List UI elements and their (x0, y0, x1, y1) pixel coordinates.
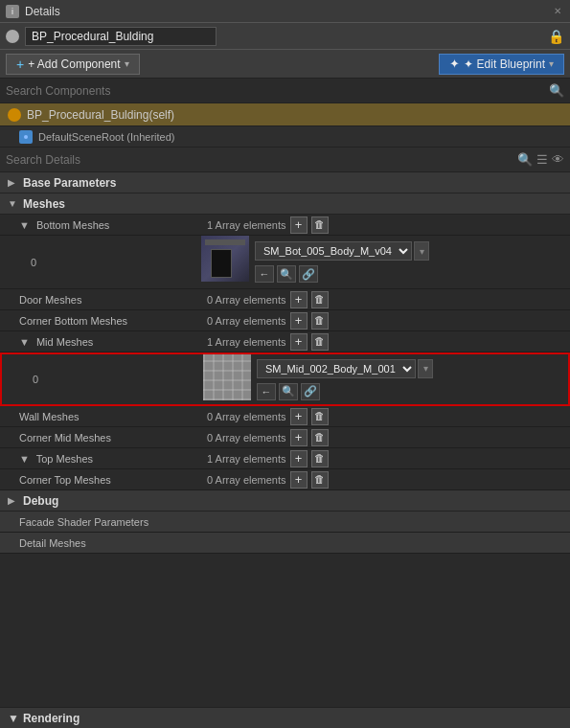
door-meshes-delete-btn[interactable]: 🗑 (311, 291, 329, 308)
mid-meshes-asset-row: 0 SM_Mid_002_Body_M_001 ▾ ← 🔍 🔗 (0, 353, 570, 406)
meshes-arrow: ▼ (8, 198, 19, 209)
corner-bottom-meshes-delete-btn[interactable]: 🗑 (311, 312, 329, 330)
scene-root-icon (19, 130, 33, 144)
rendering-row[interactable]: ▼ Rendering (0, 707, 570, 728)
meshes-category[interactable]: ▼ Meshes (0, 193, 570, 215)
self-component-row[interactable]: BP_Procedural_Bulding(self) (0, 103, 570, 126)
mid-meshes-link-btn[interactable]: 🔗 (301, 383, 320, 400)
bottom-meshes-link-btn[interactable]: 🔗 (299, 265, 318, 283)
add-component-button[interactable]: + + Add Component ▾ (6, 54, 140, 75)
door-meshes-add-btn[interactable]: + (290, 291, 308, 308)
bottom-meshes-select[interactable]: SM_Bot_005_Body_M_v04 (255, 241, 412, 261)
bottom-meshes-asset-row: 0 SM_Bot_005_Body_M_v04 ▾ ← 🔍 🔗 (0, 236, 570, 289)
bottom-meshes-arrow[interactable]: ▼ (19, 219, 30, 231)
corner-top-meshes-label: Corner Top Meshes (19, 474, 111, 486)
door-meshes-count: 0 Array elements (207, 294, 286, 306)
wall-meshes-add-btn[interactable]: + (290, 408, 308, 425)
base-parameters-label: Base Parameters (23, 176, 116, 190)
mid-meshes-delete-btn[interactable]: 🗑 (311, 333, 329, 351)
details-panel: 🔍 ☰ 👁 ▶ Base Parameters ▼ Meshes ▼ Botto… (0, 148, 570, 728)
mid-meshes-select-arrow[interactable]: ▾ (418, 359, 433, 378)
corner-top-meshes-row: Corner Top Meshes 0 Array elements + 🗑 (0, 469, 570, 490)
add-dropdown-arrow: ▾ (125, 58, 129, 69)
corner-mid-meshes-label: Corner Mid Meshes (19, 432, 111, 444)
search-details-icon[interactable]: 🔍 (517, 152, 533, 167)
corner-bottom-meshes-name: Corner Bottom Meshes (0, 315, 201, 327)
bottom-meshes-delete-btn[interactable]: 🗑 (311, 216, 329, 234)
search-components-input[interactable] (6, 84, 549, 98)
mid-meshes-name: ▼ Mid Meshes (0, 336, 201, 348)
top-meshes-row: ▼ Top Meshes 1 Array elements + 🗑 (0, 448, 570, 469)
mid-meshes-count: 1 Array elements (207, 336, 286, 348)
bottom-meshes-count: 1 Array elements (207, 219, 286, 231)
title-bar-label: Details (25, 5, 60, 18)
top-meshes-add-btn[interactable]: + (290, 450, 308, 467)
corner-mid-meshes-add-btn[interactable]: + (290, 429, 308, 446)
mid-meshes-arrow[interactable]: ▼ (19, 336, 30, 348)
add-component-label: + Add Component (28, 57, 120, 71)
door-meshes-label: Door Meshes (19, 294, 81, 306)
gear-icon: ✦ (449, 57, 460, 71)
close-icon[interactable]: ✕ (551, 5, 564, 18)
corner-mid-meshes-value: 0 Array elements + 🗑 (201, 429, 570, 446)
debug-label: Debug (23, 494, 58, 508)
mid-meshes-index: 0 (2, 354, 203, 404)
self-icon (8, 108, 21, 122)
wall-meshes-row: Wall Meshes 0 Array elements + 🗑 (0, 406, 570, 427)
facade-shader-name: Facade Shader Parameters (0, 516, 201, 528)
visibility-icon[interactable]: 👁 (552, 152, 564, 167)
mid-meshes-add-btn[interactable]: + (290, 333, 308, 351)
wall-meshes-label: Wall Meshes (19, 411, 80, 422)
mid-meshes-dropdown: SM_Mid_002_Body_M_001 ▾ (257, 359, 562, 378)
list-view-icon[interactable]: ☰ (536, 152, 548, 167)
base-parameters-arrow: ▶ (8, 177, 19, 188)
mid-meshes-thumbnail (203, 354, 251, 400)
bp-name-row: 🔒 (0, 23, 570, 50)
debug-category[interactable]: ▶ Debug (0, 490, 570, 512)
top-meshes-delete-btn[interactable]: 🗑 (311, 450, 329, 467)
bottom-meshes-dropdown: SM_Bot_005_Body_M_v04 ▾ (255, 241, 564, 261)
bottom-meshes-back-btn[interactable]: ← (255, 265, 274, 283)
facade-shader-row: Facade Shader Parameters (0, 512, 570, 533)
details-panel-icon: i (6, 5, 19, 18)
wall-meshes-name: Wall Meshes (0, 411, 201, 422)
mid-meshes-select[interactable]: SM_Mid_002_Body_M_001 (257, 359, 416, 378)
corner-mid-meshes-delete-btn[interactable]: 🗑 (311, 429, 329, 446)
bp-name-input[interactable] (25, 27, 217, 46)
bottom-meshes-actions: ← 🔍 🔗 (255, 265, 564, 283)
bottom-meshes-row: ▼ Bottom Meshes 1 Array elements + 🗑 (0, 215, 570, 236)
mid-meshes-label: Mid Meshes (36, 336, 93, 348)
bottom-meshes-add-btn[interactable]: + (290, 216, 308, 234)
top-meshes-name: ▼ Top Meshes (0, 453, 201, 465)
bottom-meshes-thumbnail (201, 236, 249, 282)
edit-blueprint-button[interactable]: ✦ ✦ Edit Blueprint ▾ (439, 54, 564, 75)
bottom-meshes-select-arrow[interactable]: ▾ (414, 241, 429, 261)
top-meshes-arrow[interactable]: ▼ (19, 453, 30, 465)
scene-root-row[interactable]: DefaultSceneRoot (Inherited) (0, 126, 570, 148)
mid-meshes-value: 1 Array elements + 🗑 (201, 333, 570, 351)
mid-meshes-back-btn[interactable]: ← (257, 383, 276, 400)
corner-mid-meshes-count: 0 Array elements (207, 432, 286, 444)
detail-meshes-name: Detail Meshes (0, 537, 201, 549)
search-details-icons: 🔍 ☰ 👁 (517, 152, 564, 167)
corner-mid-meshes-row: Corner Mid Meshes 0 Array elements + 🗑 (0, 427, 570, 448)
corner-bottom-meshes-add-btn[interactable]: + (290, 312, 308, 330)
bp-icon (6, 30, 19, 43)
title-bar: i Details ✕ (0, 0, 570, 23)
corner-bottom-meshes-row: Corner Bottom Meshes 0 Array elements + … (0, 310, 570, 331)
bottom-meshes-name: ▼ Bottom Meshes (0, 219, 201, 231)
corner-top-meshes-add-btn[interactable]: + (290, 471, 308, 489)
search-details-input[interactable] (6, 153, 513, 167)
corner-top-meshes-delete-btn[interactable]: 🗑 (311, 471, 329, 489)
corner-top-meshes-name: Corner Top Meshes (0, 474, 201, 486)
rendering-arrow: ▼ (8, 712, 19, 725)
search-components-bar: 🔍 (0, 79, 570, 103)
mid-meshes-search-btn[interactable]: 🔍 (279, 383, 298, 400)
base-parameters-category[interactable]: ▶ Base Parameters (0, 172, 570, 193)
wall-meshes-delete-btn[interactable]: 🗑 (311, 408, 329, 425)
scene-root-label: DefaultSceneRoot (Inherited) (38, 131, 174, 143)
bottom-meshes-asset-content: SM_Bot_005_Body_M_v04 ▾ ← 🔍 🔗 (249, 236, 570, 288)
corner-mid-meshes-name: Corner Mid Meshes (0, 432, 201, 444)
bottom-meshes-index: 0 (0, 236, 201, 288)
bottom-meshes-search-btn[interactable]: 🔍 (277, 265, 296, 283)
